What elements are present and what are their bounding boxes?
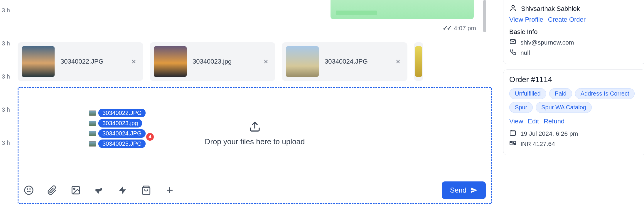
order-tag[interactable]: Paid (549, 88, 572, 99)
svg-point-1 (25, 186, 33, 194)
dropzone[interactable]: 30340022.JPG 30340023.jpg 30340024.JPG 3… (18, 87, 492, 204)
view-profile-link[interactable]: View Profile (509, 16, 543, 23)
attachment-thumbnail (415, 46, 422, 77)
send-button-label: Send (450, 186, 466, 194)
send-icon (471, 187, 478, 194)
remove-attachment-button[interactable] (393, 56, 403, 67)
attachment-thumbnail (22, 46, 55, 77)
image-file-icon (89, 121, 96, 126)
remove-attachment-button[interactable] (261, 56, 271, 67)
attachments-row: 30340022.JPG 30340023.jpg 30340024.JPG (18, 42, 492, 81)
order-view-link[interactable]: View (509, 118, 523, 125)
timeline-sidebar: 3 h 3 h 3 h 3 h 3 h (0, 0, 18, 204)
email-icon (509, 38, 516, 47)
order-refund-link[interactable]: Refund (544, 118, 564, 125)
timeline-label: 3 h (0, 106, 18, 113)
order-tags: Unfulfilled Paid Address Is Correct Spur… (509, 88, 640, 113)
svg-point-5 (74, 188, 75, 189)
dragging-file-name: 30340024.JPG (98, 129, 146, 138)
order-tag[interactable]: Unfulfilled (509, 88, 546, 99)
dropzone-text: Drop your files here to upload (205, 137, 305, 146)
quick-reply-icon[interactable] (118, 185, 128, 195)
attachment-filename: 30340023.jpg (193, 58, 255, 65)
dragging-file-name: 30340023.jpg (98, 119, 142, 127)
attachment-card[interactable]: 30340023.jpg (150, 42, 275, 81)
chat-column: ✓✓ 4:07 pm 30340022.JPG 30340023.jpg 303… (18, 0, 497, 204)
user-icon (509, 4, 517, 13)
megaphone-icon[interactable] (94, 185, 104, 195)
plus-icon[interactable] (165, 185, 175, 195)
attachment-card[interactable]: 30340024.JPG (282, 42, 407, 81)
order-tag[interactable]: Address Is Correct (575, 88, 635, 99)
attachment-thumbnail (154, 46, 187, 77)
dragging-file-name: 30340025.JPG (98, 140, 146, 148)
svg-point-2 (27, 189, 28, 189)
order-card: Order #1114 Unfulfilled Paid Address Is … (503, 69, 644, 155)
profile-card: Shivsarthak Sabhlok View Profile Create … (503, 0, 644, 64)
attachment-filename: 30340022.JPG (60, 58, 123, 65)
dragging-file: 30340023.jpg (89, 119, 146, 127)
create-order-link[interactable]: Create Order (548, 16, 586, 23)
attachment-icon[interactable] (47, 185, 57, 195)
timeline-label: 3 h (0, 7, 18, 14)
outgoing-message-bubble[interactable] (331, 0, 474, 19)
order-tag[interactable]: Spur (509, 102, 533, 113)
emoji-icon[interactable] (24, 185, 34, 195)
order-edit-link[interactable]: Edit (528, 118, 539, 125)
svg-point-16 (512, 142, 514, 144)
message-time: 4:07 pm (454, 25, 476, 32)
attachment-card[interactable]: 30340022.JPG (18, 42, 143, 81)
attachment-filename: 30340024.JPG (325, 58, 387, 65)
svg-rect-11 (510, 131, 515, 135)
dragging-file: 30340022.JPG (89, 109, 146, 117)
svg-point-3 (30, 189, 30, 189)
basic-info-label: Basic Info (509, 28, 640, 36)
file-count-badge: 4 (146, 133, 154, 141)
read-receipt-icon: ✓✓ (443, 25, 451, 32)
message-meta: ✓✓ 4:07 pm (443, 25, 476, 32)
timeline-label: 3 h (0, 73, 18, 80)
dragging-files-list: 30340022.JPG 30340023.jpg 30340024.JPG 3… (89, 109, 146, 148)
scroll-thumb[interactable] (483, 0, 486, 32)
shopping-bag-icon[interactable] (141, 185, 151, 195)
profile-name: Shivsarthak Sabhlok (521, 5, 580, 13)
image-file-icon (89, 141, 96, 147)
attachment-card-overflow[interactable] (414, 42, 423, 81)
dragging-file-name: 30340022.JPG (98, 109, 146, 117)
order-title: Order #1114 (509, 75, 640, 84)
profile-phone: null (520, 49, 530, 56)
svg-rect-18 (514, 144, 515, 144)
image-file-icon (89, 110, 96, 116)
svg-point-9 (512, 5, 515, 8)
phone-icon (509, 48, 516, 57)
dragging-file: 30340025.JPG (89, 140, 146, 148)
attachment-thumbnail (286, 46, 319, 77)
message-row (18, 0, 492, 26)
upload-icon (249, 121, 261, 134)
details-panel: Shivsarthak Sabhlok View Profile Create … (497, 0, 644, 204)
remove-attachment-button[interactable] (129, 56, 139, 67)
image-icon[interactable] (71, 185, 81, 195)
image-file-icon (89, 131, 96, 136)
profile-email: shiv@spurnow.com (520, 39, 574, 46)
send-button[interactable]: Send (442, 181, 486, 199)
dragging-file: 30340024.JPG (89, 129, 146, 138)
composer-bar: Send (18, 178, 491, 203)
calendar-icon (509, 129, 516, 138)
order-tag[interactable]: Spur WA Catalog (536, 102, 592, 113)
dropzone-center: 30340022.JPG 30340023.jpg 30340024.JPG 3… (18, 88, 491, 178)
timeline-label: 3 h (0, 40, 18, 47)
money-icon (509, 140, 516, 148)
order-total: INR 4127.64 (520, 140, 555, 147)
order-date: 19 Jul 2024, 6:26 pm (520, 130, 578, 137)
svg-rect-17 (510, 142, 511, 142)
timeline-label: 3 h (0, 140, 18, 146)
